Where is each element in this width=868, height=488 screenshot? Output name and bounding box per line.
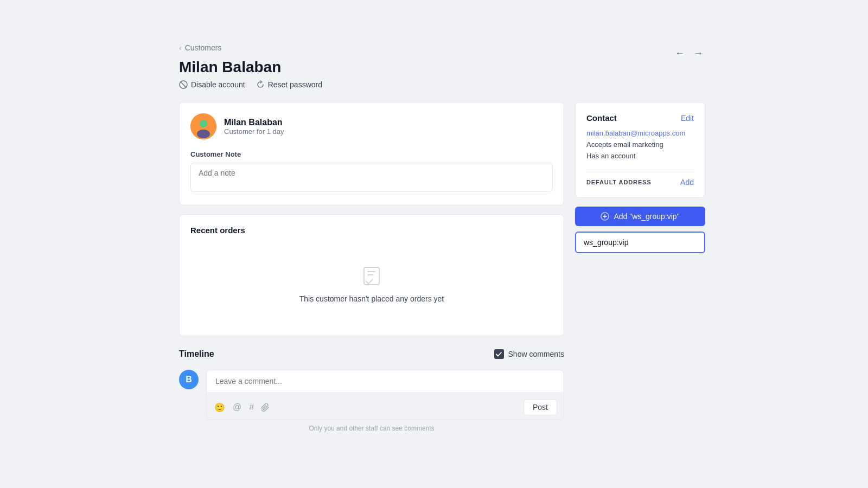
reset-icon xyxy=(256,80,265,89)
reset-password-button[interactable]: Reset password xyxy=(256,80,322,89)
disable-account-button[interactable]: Disable account xyxy=(179,80,245,89)
customer-name: Milan Balaban xyxy=(224,118,284,127)
comment-input-area: 🙂 @ # Post xyxy=(206,370,564,420)
contact-title: Contact xyxy=(586,113,617,123)
emoji-button[interactable]: 🙂 xyxy=(213,401,226,414)
svg-point-3 xyxy=(200,120,207,127)
page-title: Milan Balaban xyxy=(179,59,281,76)
contact-card: Contact Edit milan.balaban@microapps.com… xyxy=(575,102,705,198)
empty-orders-text: This customer hasn't placed any orders y… xyxy=(299,294,444,303)
disable-account-label: Disable account xyxy=(191,80,245,89)
customer-note-input[interactable] xyxy=(190,163,553,192)
recent-orders-title: Recent orders xyxy=(190,226,553,235)
user-avatar: B xyxy=(179,370,199,389)
attachment-button[interactable] xyxy=(260,401,271,414)
svg-point-4 xyxy=(197,130,210,138)
customer-note-label: Customer Note xyxy=(190,150,553,158)
empty-orders-state: This customer hasn't placed any orders y… xyxy=(190,243,553,325)
add-tag-label: Add "ws_group:vip" xyxy=(614,212,679,221)
tag-input[interactable] xyxy=(575,232,705,253)
add-address-button[interactable]: Add xyxy=(680,178,694,187)
reset-password-label: Reset password xyxy=(268,80,322,89)
recent-orders-card: Recent orders This customer hasn't place… xyxy=(179,214,564,336)
post-button[interactable]: Post xyxy=(524,399,557,415)
breadcrumb-label: Customers xyxy=(185,43,222,52)
comment-hint: Only you and other staff can see comment… xyxy=(179,425,564,432)
contact-has-account: Has an account xyxy=(586,151,694,162)
plus-icon xyxy=(601,212,609,221)
show-comments-checkbox xyxy=(494,349,504,359)
prev-customer-button[interactable]: ← xyxy=(673,46,687,61)
breadcrumb[interactable]: ‹ Customers xyxy=(179,43,281,52)
mention-button[interactable]: @ xyxy=(232,401,242,414)
next-customer-button[interactable]: → xyxy=(691,46,705,61)
avatar xyxy=(190,113,216,139)
disable-icon xyxy=(179,80,188,89)
edit-contact-button[interactable]: Edit xyxy=(681,114,694,123)
customer-since: Customer for 1 day xyxy=(224,127,284,136)
customer-info-card: Milan Balaban Customer for 1 day Custome… xyxy=(179,102,564,206)
add-tag-button[interactable]: Add "ws_group:vip" xyxy=(575,207,705,226)
show-comments-button[interactable]: Show comments xyxy=(494,349,564,359)
contact-email-marketing: Accepts email marketing xyxy=(586,139,694,151)
show-comments-label: Show comments xyxy=(508,350,564,358)
empty-orders-icon xyxy=(361,265,382,287)
user-avatar-letter: B xyxy=(186,375,192,384)
comment-input[interactable] xyxy=(207,370,564,392)
svg-line-1 xyxy=(181,82,187,88)
back-icon: ‹ xyxy=(179,43,182,52)
contact-email: milan.balaban@microapps.com xyxy=(586,129,694,137)
timeline-title: Timeline xyxy=(179,349,214,359)
tag-section: Add "ws_group:vip" xyxy=(575,207,705,253)
default-address-label: DEFAULT ADDRESS xyxy=(586,179,652,185)
hashtag-button[interactable]: # xyxy=(248,401,255,414)
timeline-section: Timeline Show comments B xyxy=(179,349,564,432)
